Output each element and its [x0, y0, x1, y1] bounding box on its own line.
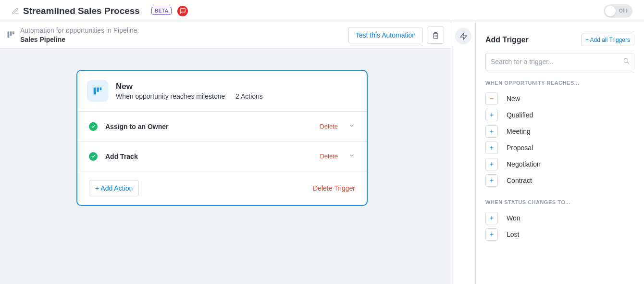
- trigger-card-header: New When opportunity reaches milestone —…: [77, 71, 367, 112]
- feedback-button[interactable]: [177, 6, 188, 16]
- svg-rect-4: [97, 88, 99, 92]
- pipeline-name: Sales Pipeline: [20, 35, 139, 44]
- add-all-triggers-button[interactable]: + Add all Triggers: [581, 34, 634, 46]
- check-icon: [89, 122, 98, 131]
- trigger-panel-toggle[interactable]: [455, 28, 471, 44]
- chevron-down-icon[interactable]: [348, 152, 355, 160]
- check-icon: [89, 152, 98, 161]
- svg-line-8: [628, 62, 629, 64]
- trigger-subtitle: When opportunity reaches milestone — 2 A…: [116, 92, 263, 100]
- trigger-option-label: New: [507, 95, 520, 103]
- trigger-option-negotiation[interactable]: Negotiation: [485, 156, 634, 172]
- delete-automation-button[interactable]: [427, 26, 444, 44]
- trigger-option-label: Proposal: [507, 144, 533, 152]
- trigger-option-label: Qualified: [507, 111, 533, 119]
- milestone-icon: [87, 80, 108, 102]
- trigger-option-label: Contract: [507, 177, 532, 184]
- trigger-option-label: Won: [507, 214, 520, 222]
- trigger-option-qualified[interactable]: Qualified: [485, 107, 634, 123]
- svg-marker-6: [460, 33, 467, 39]
- section-milestone-label: When opportunity reaches...: [485, 80, 634, 86]
- svg-rect-3: [94, 88, 96, 95]
- action-name: Assign to an Owner: [105, 123, 320, 130]
- add-trigger-icon[interactable]: [485, 174, 498, 187]
- panel-title: Add Trigger: [485, 36, 581, 44]
- svg-rect-0: [8, 31, 10, 38]
- trigger-option-label: Meeting: [507, 128, 531, 135]
- action-row[interactable]: Assign to an Owner Delete: [77, 112, 367, 142]
- svg-point-7: [624, 59, 628, 63]
- section-status-label: When status changes to...: [485, 199, 634, 205]
- add-trigger-icon[interactable]: [485, 125, 498, 138]
- automation-canvas: New When opportunity reaches milestone —…: [0, 49, 451, 284]
- trigger-option-won[interactable]: Won: [485, 210, 634, 226]
- svg-rect-2: [12, 31, 14, 34]
- toggle-label: OFF: [619, 8, 629, 13]
- trigger-option-label: Lost: [507, 231, 519, 238]
- search-icon: [623, 58, 630, 66]
- sub-header: Automation for opportunities in Pipeline…: [0, 22, 451, 49]
- svg-rect-5: [100, 88, 102, 90]
- trigger-card[interactable]: New When opportunity reaches milestone —…: [76, 70, 368, 206]
- test-automation-button[interactable]: Test this Automation: [348, 27, 423, 43]
- add-trigger-icon[interactable]: [485, 142, 498, 154]
- trigger-option-new[interactable]: New: [485, 90, 634, 107]
- page-title: Streamlined Sales Process: [23, 6, 140, 16]
- trigger-card-footer: + Add Action Delete Trigger: [77, 171, 367, 205]
- trigger-option-label: Negotiation: [507, 160, 541, 168]
- delete-trigger-button[interactable]: Delete Trigger: [313, 184, 355, 192]
- trigger-title: New: [116, 82, 263, 91]
- add-trigger-icon[interactable]: [485, 158, 498, 170]
- toggle-knob: [605, 6, 616, 16]
- add-trigger-icon[interactable]: [485, 228, 498, 241]
- side-strip: [451, 22, 476, 284]
- edit-title-icon[interactable]: [12, 7, 19, 15]
- trigger-search-input[interactable]: [485, 53, 634, 70]
- remove-trigger-icon[interactable]: [485, 92, 498, 105]
- left-column: Automation for opportunities in Pipeline…: [0, 22, 451, 284]
- automation-on-off-toggle[interactable]: OFF: [604, 4, 632, 18]
- subheader-label: Automation for opportunities in Pipeline…: [20, 26, 139, 35]
- pipeline-icon: [7, 30, 15, 40]
- svg-rect-1: [10, 31, 12, 36]
- top-bar: Streamlined Sales Process BETA OFF: [0, 0, 644, 22]
- trigger-option-contract[interactable]: Contract: [485, 172, 634, 189]
- chevron-down-icon[interactable]: [348, 122, 355, 130]
- action-row[interactable]: Add Track Delete: [77, 142, 367, 171]
- trigger-option-meeting[interactable]: Meeting: [485, 123, 634, 140]
- add-action-button[interactable]: + Add Action: [89, 180, 139, 196]
- action-name: Add Track: [105, 153, 320, 160]
- trigger-option-proposal[interactable]: Proposal: [485, 140, 634, 156]
- beta-badge: BETA: [151, 7, 172, 15]
- add-trigger-panel: Add Trigger + Add all Triggers When oppo…: [476, 22, 644, 284]
- action-delete[interactable]: Delete: [320, 153, 338, 160]
- add-trigger-icon[interactable]: [485, 109, 498, 121]
- trigger-option-lost[interactable]: Lost: [485, 226, 634, 243]
- action-delete[interactable]: Delete: [320, 123, 338, 130]
- add-trigger-icon[interactable]: [485, 212, 498, 224]
